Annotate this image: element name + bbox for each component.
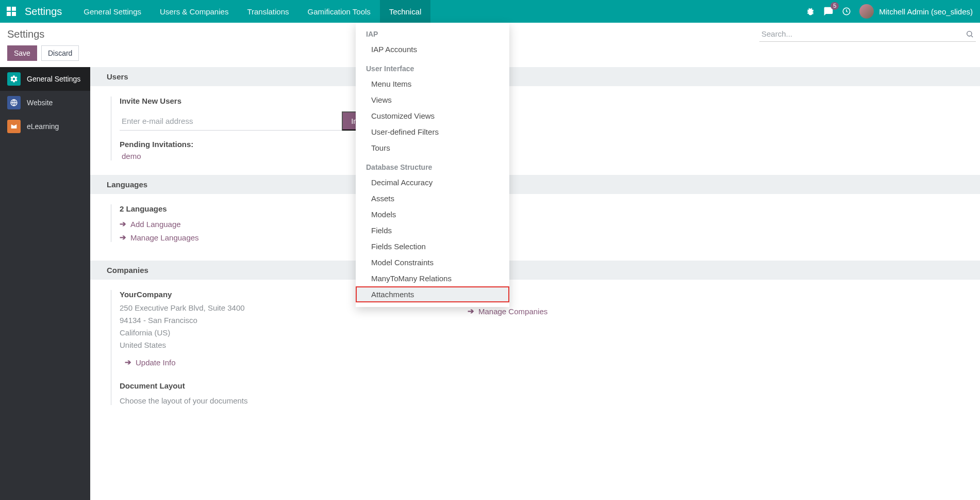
dd-item-fields[interactable]: Fields — [356, 222, 509, 238]
sidebar-item-general-settings[interactable]: General Settings — [0, 67, 90, 91]
content-area: Users Invite New Users Invite Pending In… — [90, 67, 980, 500]
apps-icon[interactable] — [0, 7, 23, 16]
manage-companies-link[interactable]: ➔ Manage Companies — [468, 307, 547, 316]
messages-icon[interactable]: 5 — [823, 6, 834, 17]
section-header-users: Users — [90, 67, 980, 86]
gear-icon — [7, 72, 21, 86]
dd-item-views[interactable]: Views — [356, 92, 509, 108]
sidebar-item-elearning[interactable]: eLearning — [0, 115, 90, 138]
pending-user-link[interactable]: demo — [120, 152, 379, 160]
dd-section-iap: IAP — [356, 23, 509, 41]
dd-item-tours[interactable]: Tours — [356, 140, 509, 156]
update-info-label: Update Info — [136, 358, 176, 367]
document-layout-desc: Choose the layout of your documents — [120, 396, 379, 405]
breadcrumb: Settings — [7, 28, 44, 40]
manage-companies-label: Manage Companies — [478, 307, 547, 316]
app-brand[interactable]: Settings — [23, 6, 74, 18]
dd-section-user-interface: User Interface — [356, 57, 509, 76]
menu-translations[interactable]: Translations — [238, 0, 298, 23]
sidebar-item-label: Website — [27, 99, 53, 107]
user-name-label: Mitchell Admin (seo_slides) — [879, 7, 973, 16]
arrow-right-icon: ➔ — [120, 219, 126, 229]
search-icon[interactable] — [964, 30, 976, 38]
technical-dropdown-scroll[interactable]: IAP IAP Accounts User Interface Menu Ite… — [356, 23, 509, 307]
sidebar-item-website[interactable]: Website — [0, 91, 90, 115]
avatar — [859, 4, 874, 19]
dd-item-model-constraints[interactable]: Model Constraints — [356, 254, 509, 270]
sidebar-item-label: eLearning — [27, 122, 59, 131]
dd-item-assets[interactable]: Assets — [356, 190, 509, 206]
messages-badge: 5 — [830, 2, 839, 10]
top-menu: General Settings Users & Companies Trans… — [74, 0, 430, 23]
arrow-right-icon: ➔ — [468, 307, 474, 316]
settings-sidebar: General Settings Website eLearning — [0, 67, 90, 500]
sidebar-item-label: General Settings — [27, 75, 80, 83]
discard-button[interactable]: Discard — [41, 45, 79, 61]
top-navbar: Settings General Settings Users & Compan… — [0, 0, 980, 23]
menu-technical[interactable]: Technical — [380, 0, 431, 23]
svg-point-1 — [967, 31, 972, 36]
search-input[interactable] — [759, 26, 964, 41]
dd-item-manytomany-relations[interactable]: ManyToMany Relations — [356, 270, 509, 286]
dd-item-iap-accounts[interactable]: IAP Accounts — [356, 41, 509, 57]
search-box[interactable] — [759, 26, 976, 42]
dd-item-models[interactable]: Models — [356, 206, 509, 222]
book-icon — [7, 120, 21, 133]
company-address-line4: United States — [120, 339, 379, 351]
dd-item-decimal-accuracy[interactable]: Decimal Accuracy — [356, 174, 509, 190]
navbar-right: 5 Mitchell Admin (seo_slides) — [806, 0, 980, 23]
pending-invitations-label: Pending Invitations: — [120, 140, 379, 149]
manage-languages-label: Manage Languages — [130, 233, 199, 242]
dd-section-database-structure: Database Structure — [356, 156, 509, 174]
company-address-line3: California (US) — [120, 327, 379, 339]
add-language-link[interactable]: ➔ Add Language — [120, 219, 379, 229]
company-address-line2: 94134 - San Francisco — [120, 314, 379, 327]
invite-users-title: Invite New Users — [120, 96, 379, 105]
user-menu[interactable]: Mitchell Admin (seo_slides) — [859, 4, 973, 19]
dd-item-user-defined-filters[interactable]: User-defined Filters — [356, 124, 509, 140]
invite-email-input[interactable] — [120, 111, 342, 131]
dd-item-fields-selection[interactable]: Fields Selection — [356, 238, 509, 254]
dd-item-menu-items[interactable]: Menu Items — [356, 76, 509, 92]
clock-icon[interactable] — [842, 7, 851, 16]
bug-icon[interactable] — [806, 7, 815, 16]
globe-icon — [7, 96, 21, 109]
add-language-label: Add Language — [130, 220, 181, 229]
section-header-languages: Languages — [90, 175, 980, 194]
technical-dropdown: IAP IAP Accounts User Interface Menu Ite… — [356, 23, 509, 307]
company-name: YourCompany — [120, 290, 379, 299]
dd-item-logging[interactable]: Logging — [356, 302, 509, 307]
menu-users-companies[interactable]: Users & Companies — [151, 0, 238, 23]
company-address-line1: 250 Executive Park Blvd, Suite 3400 — [120, 302, 379, 314]
menu-gamification-tools[interactable]: Gamification Tools — [298, 0, 380, 23]
menu-general-settings[interactable]: General Settings — [74, 0, 151, 23]
section-header-companies: Companies — [90, 261, 980, 280]
document-layout-title: Document Layout — [120, 381, 379, 390]
update-info-link[interactable]: ➔ Update Info — [125, 358, 379, 367]
dd-item-customized-views[interactable]: Customized Views — [356, 108, 509, 124]
save-button[interactable]: Save — [7, 45, 37, 61]
dd-item-attachments[interactable]: Attachments — [356, 286, 509, 302]
manage-languages-link[interactable]: ➔ Manage Languages — [120, 233, 379, 242]
navbar-left: Settings General Settings Users & Compan… — [0, 0, 430, 23]
languages-count: 2 Languages — [120, 204, 379, 213]
arrow-right-icon: ➔ — [125, 358, 131, 367]
arrow-right-icon: ➔ — [120, 233, 126, 242]
